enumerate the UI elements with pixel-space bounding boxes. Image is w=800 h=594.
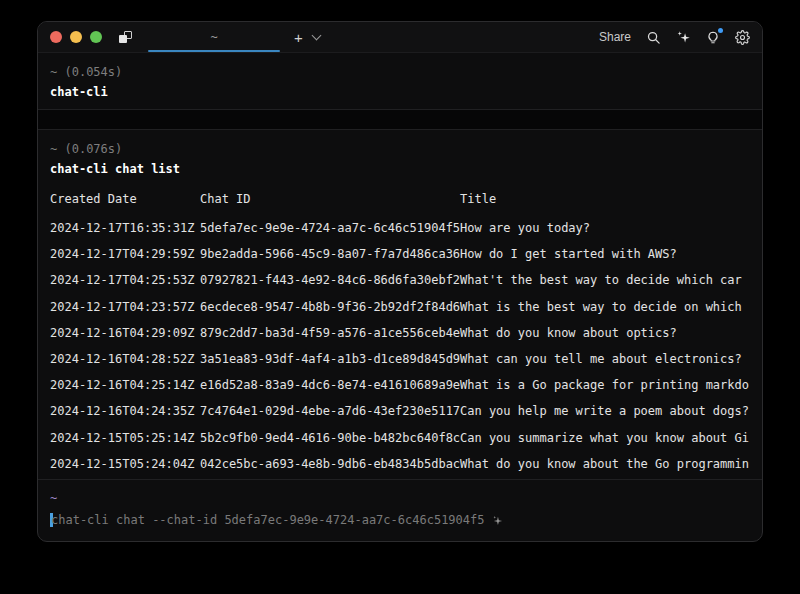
chevron-down-icon[interactable]	[311, 31, 321, 41]
chat-id-cell: 5defa7ec-9e9e-4724-aa7c-6c46c51904f5	[200, 215, 460, 241]
chat-title-cell: Can you help me write a poem about dogs?	[460, 398, 749, 424]
command-input[interactable]: chat-cli chat --chat-id 5defa7ec-9e9e-47…	[50, 511, 750, 529]
chat-title-cell: How do I get started with AWS?	[460, 241, 677, 267]
chat-id-cell: 7c4764e1-029d-4ebe-a7d6-43ef230e5117	[200, 398, 460, 424]
table-row: 2024-12-16T04:25:14Ze16d52a8-83a9-4dc6-8…	[50, 372, 750, 398]
table-row: 2024-12-16T04:29:09Z879c2dd7-ba3d-4f59-a…	[50, 320, 750, 346]
chat-id-cell: 9be2adda-5966-45c9-8a07-f7a7d486ca36	[200, 241, 460, 267]
table-row: 2024-12-17T16:35:31Z5defa7ec-9e9e-4724-a…	[50, 215, 750, 241]
zoom-button[interactable]	[90, 31, 102, 43]
table-row: 2024-12-17T04:29:59Z9be2adda-5966-45c9-8…	[50, 241, 750, 267]
header-chat-id: Chat ID	[200, 189, 460, 209]
block-prompt: ~	[50, 65, 57, 79]
chat-title-cell: What can you tell me about electronics?	[460, 346, 742, 372]
chat-table-rows: 2024-12-17T16:35:31Z5defa7ec-9e9e-4724-a…	[50, 215, 750, 477]
chat-id-cell: 879c2dd7-ba3d-4f59-a576-a1ce556ceb4e	[200, 320, 460, 346]
chat-title-cell: Can you summarize what you know about Gi	[460, 425, 749, 451]
new-tab-button[interactable]: +	[294, 30, 303, 45]
command-block-1: ~ (0.054s) chat-cli	[38, 53, 762, 109]
tab-title: ~	[210, 30, 217, 44]
block-prompt: ~	[50, 142, 57, 156]
chat-title-cell: What't the best way to decide which car	[460, 267, 742, 293]
created-date-cell: 2024-12-16T04:28:52Z	[50, 346, 200, 372]
traffic-lights	[50, 31, 102, 43]
chat-title-cell: What do you know about optics?	[460, 320, 677, 346]
ai-sparkle-icon[interactable]	[676, 30, 691, 45]
input-prompt: ~	[50, 489, 750, 507]
tab-active-underline	[148, 50, 280, 52]
block-command: chat-cli	[50, 82, 750, 102]
chat-id-cell: 042ce5bc-a693-4e8b-9db6-eb4834b5dbac	[200, 451, 460, 477]
search-icon[interactable]	[646, 30, 661, 45]
created-date-cell: 2024-12-16T04:29:09Z	[50, 320, 200, 346]
created-date-cell: 2024-12-17T16:35:31Z	[50, 215, 200, 241]
minimize-button[interactable]	[70, 31, 82, 43]
created-date-cell: 2024-12-15T05:25:14Z	[50, 425, 200, 451]
command-block-2: ~ (0.076s) chat-cli chat list Created Da…	[38, 130, 762, 479]
chat-id-cell: e16d52a8-83a9-4dc6-8e74-e41610689a9e	[200, 372, 460, 398]
block-divider	[38, 109, 762, 130]
chat-id-cell: 3a51ea83-93df-4af4-a1b3-d1ce89d845d9	[200, 346, 460, 372]
terminal-window: ~ + Share	[37, 21, 763, 542]
table-row: 2024-12-16T04:24:35Z7c4764e1-029d-4ebe-a…	[50, 398, 750, 424]
table-row: 2024-12-16T04:28:52Z3a51ea83-93df-4af4-a…	[50, 346, 750, 372]
terminal-scrollback: ~ (0.054s) chat-cli ~ (0.076s) chat-cli …	[38, 53, 762, 479]
block-duration: (0.054s)	[64, 65, 122, 79]
close-button[interactable]	[50, 31, 62, 43]
created-date-cell: 2024-12-15T05:24:04Z	[50, 451, 200, 477]
titlebar: ~ + Share	[38, 22, 762, 53]
suggestion-sparkle-icon	[492, 515, 503, 526]
command-input-block[interactable]: ~ chat-cli chat --chat-id 5defa7ec-9e9e-…	[38, 479, 762, 541]
table-row: 2024-12-15T05:25:14Z5b2c9fb0-9ed4-4616-9…	[50, 425, 750, 451]
block-duration: (0.076s)	[64, 142, 122, 156]
blocks-panel-icon-front	[119, 35, 127, 43]
chat-title-cell: What is the best way to decide on which	[460, 294, 742, 320]
created-date-cell: 2024-12-17T04:23:57Z	[50, 294, 200, 320]
table-header-row: Created DateChat IDTitle	[50, 189, 750, 209]
header-title: Title	[460, 189, 496, 209]
chat-title-cell: What is a Go package for printing markdo	[460, 372, 749, 398]
table-row: 2024-12-17T04:25:53Z07927821-f443-4e92-8…	[50, 267, 750, 293]
created-date-cell: 2024-12-16T04:24:35Z	[50, 398, 200, 424]
created-date-cell: 2024-12-17T04:29:59Z	[50, 241, 200, 267]
lightbulb-icon[interactable]	[706, 30, 720, 45]
autosuggestion-text: chat-cli chat --chat-id 5defa7ec-9e9e-47…	[51, 511, 484, 529]
table-row: 2024-12-17T04:23:57Z6ecdece8-9547-4b8b-9…	[50, 294, 750, 320]
block-meta: ~ (0.054s)	[50, 62, 750, 82]
notification-dot	[718, 28, 723, 33]
chat-id-cell: 07927821-f443-4e92-84c6-86d6fa30ebf2	[200, 267, 460, 293]
chat-id-cell: 5b2c9fb0-9ed4-4616-90be-b482bc640f8c	[200, 425, 460, 451]
chat-list-table: Created DateChat IDTitle 2024-12-17T16:3…	[50, 189, 750, 477]
created-date-cell: 2024-12-17T04:25:53Z	[50, 267, 200, 293]
chat-title-cell: What do you know about the Go programmin	[460, 451, 749, 477]
share-button[interactable]: Share	[599, 30, 631, 44]
chat-title-cell: How are you today?	[460, 215, 590, 241]
chat-id-cell: 6ecdece8-9547-4b8b-9f36-2b92df2f84d6	[200, 294, 460, 320]
header-created-date: Created Date	[50, 189, 200, 209]
settings-gear-icon[interactable]	[735, 30, 750, 45]
table-row: 2024-12-15T05:24:04Z042ce5bc-a693-4e8b-9…	[50, 451, 750, 477]
block-meta: ~ (0.076s)	[50, 139, 750, 159]
created-date-cell: 2024-12-16T04:25:14Z	[50, 372, 200, 398]
titlebar-actions: Share	[599, 30, 750, 45]
terminal-tab[interactable]: ~	[148, 22, 280, 52]
block-command: chat-cli chat list	[50, 159, 750, 179]
blocks-panel-icon[interactable]	[118, 31, 132, 44]
